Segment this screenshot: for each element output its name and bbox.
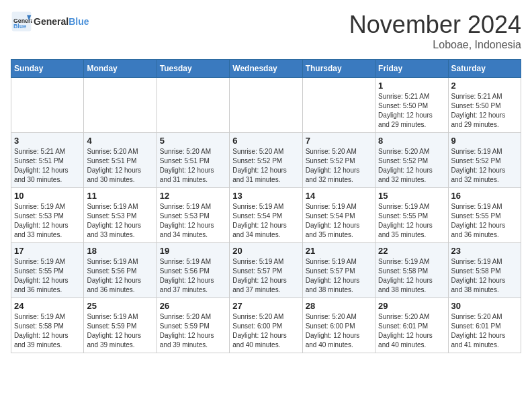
cell-day-number: 14 [306,191,372,201]
cell-info-text: Sunrise: 5:19 AM Sunset: 5:53 PM Dayligh… [160,202,226,240]
calendar-cell-w1-d5 [302,78,375,133]
calendar-cell-w5-d7: 30Sunrise: 5:20 AM Sunset: 6:01 PM Dayli… [448,298,521,353]
calendar-cell-w1-d4 [230,78,302,133]
cell-info-text: Sunrise: 5:20 AM Sunset: 5:52 PM Dayligh… [232,147,299,185]
header-row: Sunday Monday Tuesday Wednesday Thursday… [11,60,521,78]
cell-day-number: 9 [451,136,518,146]
header-monday: Monday [84,60,157,78]
calendar-cell-w2-d5: 7Sunrise: 5:20 AM Sunset: 5:52 PM Daylig… [302,133,375,188]
header-sunday: Sunday [11,60,84,78]
calendar-cell-w5-d2: 25Sunrise: 5:19 AM Sunset: 5:59 PM Dayli… [84,298,157,353]
calendar-week-2: 3Sunrise: 5:21 AM Sunset: 5:51 PM Daylig… [11,133,521,188]
cell-day-number: 12 [160,191,226,201]
logo: General Blue GeneralBlue [11,11,89,32]
month-title: November 2024 [349,11,521,39]
calendar-cell-w5-d1: 24Sunrise: 5:19 AM Sunset: 5:58 PM Dayli… [11,298,84,353]
calendar-cell-w4-d4: 20Sunrise: 5:19 AM Sunset: 5:57 PM Dayli… [230,243,302,298]
cell-day-number: 30 [451,301,518,311]
calendar-cell-w3-d7: 16Sunrise: 5:19 AM Sunset: 5:55 PM Dayli… [448,188,521,243]
logo-blue: Blue [69,16,89,27]
cell-info-text: Sunrise: 5:19 AM Sunset: 5:53 PM Dayligh… [14,202,81,240]
calendar-week-3: 10Sunrise: 5:19 AM Sunset: 5:53 PM Dayli… [11,188,521,243]
cell-info-text: Sunrise: 5:21 AM Sunset: 5:50 PM Dayligh… [451,92,518,130]
calendar-cell-w3-d5: 14Sunrise: 5:19 AM Sunset: 5:54 PM Dayli… [302,188,375,243]
calendar-cell-w2-d7: 9Sunrise: 5:19 AM Sunset: 5:52 PM Daylig… [448,133,521,188]
cell-day-number: 19 [160,246,226,256]
calendar-cell-w1-d3 [157,78,229,133]
calendar-cell-w1-d1 [11,78,84,133]
calendar-header: Sunday Monday Tuesday Wednesday Thursday… [11,60,521,78]
page-header: General Blue GeneralBlue November 2024 L… [11,11,521,51]
cell-day-number: 4 [87,136,153,146]
cell-info-text: Sunrise: 5:20 AM Sunset: 5:51 PM Dayligh… [160,147,226,185]
cell-info-text: Sunrise: 5:19 AM Sunset: 5:55 PM Dayligh… [451,202,518,240]
cell-info-text: Sunrise: 5:19 AM Sunset: 5:57 PM Dayligh… [306,257,372,295]
cell-info-text: Sunrise: 5:20 AM Sunset: 5:59 PM Dayligh… [160,312,226,350]
cell-day-number: 8 [378,136,445,146]
cell-info-text: Sunrise: 5:19 AM Sunset: 5:59 PM Dayligh… [87,312,153,350]
cell-day-number: 23 [451,246,518,256]
cell-info-text: Sunrise: 5:19 AM Sunset: 5:55 PM Dayligh… [378,202,445,240]
cell-day-number: 24 [14,301,81,311]
cell-day-number: 3 [14,136,81,146]
cell-day-number: 6 [232,136,299,146]
calendar-cell-w5-d4: 27Sunrise: 5:20 AM Sunset: 6:00 PM Dayli… [230,298,302,353]
calendar-cell-w2-d1: 3Sunrise: 5:21 AM Sunset: 5:51 PM Daylig… [11,133,84,188]
cell-day-number: 18 [87,246,153,256]
header-tuesday: Tuesday [157,60,229,78]
cell-day-number: 10 [14,191,81,201]
header-saturday: Saturday [448,60,521,78]
cell-day-number: 25 [87,301,153,311]
cell-day-number: 27 [232,301,299,311]
calendar-cell-w4-d2: 18Sunrise: 5:19 AM Sunset: 5:56 PM Dayli… [84,243,157,298]
cell-info-text: Sunrise: 5:21 AM Sunset: 5:50 PM Dayligh… [378,92,445,130]
calendar-cell-w4-d1: 17Sunrise: 5:19 AM Sunset: 5:55 PM Dayli… [11,243,84,298]
header-wednesday: Wednesday [230,60,302,78]
cell-info-text: Sunrise: 5:20 AM Sunset: 6:00 PM Dayligh… [232,312,299,350]
calendar-week-5: 24Sunrise: 5:19 AM Sunset: 5:58 PM Dayli… [11,298,521,353]
calendar-body: 1Sunrise: 5:21 AM Sunset: 5:50 PM Daylig… [11,78,521,353]
calendar-cell-w2-d2: 4Sunrise: 5:20 AM Sunset: 5:51 PM Daylig… [84,133,157,188]
cell-day-number: 7 [306,136,372,146]
location: Loboae, Indonesia [349,39,521,51]
calendar-week-4: 17Sunrise: 5:19 AM Sunset: 5:55 PM Dayli… [11,243,521,298]
cell-day-number: 21 [306,246,372,256]
cell-info-text: Sunrise: 5:19 AM Sunset: 5:58 PM Dayligh… [451,257,518,295]
header-thursday: Thursday [302,60,375,78]
cell-day-number: 26 [160,301,226,311]
calendar-cell-w4-d5: 21Sunrise: 5:19 AM Sunset: 5:57 PM Dayli… [302,243,375,298]
cell-day-number: 13 [232,191,299,201]
calendar-cell-w5-d3: 26Sunrise: 5:20 AM Sunset: 5:59 PM Dayli… [157,298,229,353]
cell-day-number: 29 [378,301,445,311]
cell-day-number: 16 [451,191,518,201]
cell-day-number: 1 [378,81,445,91]
cell-info-text: Sunrise: 5:19 AM Sunset: 5:58 PM Dayligh… [14,312,81,350]
cell-info-text: Sunrise: 5:19 AM Sunset: 5:56 PM Dayligh… [87,257,153,295]
cell-info-text: Sunrise: 5:20 AM Sunset: 5:51 PM Dayligh… [87,147,153,185]
logo-icon: General Blue [11,11,32,32]
calendar-cell-w4-d7: 23Sunrise: 5:19 AM Sunset: 5:58 PM Dayli… [448,243,521,298]
cell-info-text: Sunrise: 5:19 AM Sunset: 5:57 PM Dayligh… [232,257,299,295]
calendar-cell-w1-d7: 2Sunrise: 5:21 AM Sunset: 5:50 PM Daylig… [448,78,521,133]
svg-text:Blue: Blue [13,23,26,30]
calendar-cell-w5-d5: 28Sunrise: 5:20 AM Sunset: 6:00 PM Dayli… [302,298,375,353]
calendar-week-1: 1Sunrise: 5:21 AM Sunset: 5:50 PM Daylig… [11,78,521,133]
cell-day-number: 28 [306,301,372,311]
cell-info-text: Sunrise: 5:19 AM Sunset: 5:58 PM Dayligh… [378,257,445,295]
cell-day-number: 17 [14,246,81,256]
cell-day-number: 20 [232,246,299,256]
header-friday: Friday [375,60,448,78]
calendar-cell-w3-d2: 11Sunrise: 5:19 AM Sunset: 5:53 PM Dayli… [84,188,157,243]
calendar-cell-w2-d3: 5Sunrise: 5:20 AM Sunset: 5:51 PM Daylig… [157,133,229,188]
cell-info-text: Sunrise: 5:20 AM Sunset: 5:52 PM Dayligh… [378,147,445,185]
cell-info-text: Sunrise: 5:20 AM Sunset: 5:52 PM Dayligh… [306,147,372,185]
cell-day-number: 2 [451,81,518,91]
cell-info-text: Sunrise: 5:19 AM Sunset: 5:55 PM Dayligh… [14,257,81,295]
calendar-cell-w3-d6: 15Sunrise: 5:19 AM Sunset: 5:55 PM Dayli… [375,188,448,243]
calendar-cell-w3-d3: 12Sunrise: 5:19 AM Sunset: 5:53 PM Dayli… [157,188,229,243]
cell-day-number: 22 [378,246,445,256]
calendar-cell-w1-d6: 1Sunrise: 5:21 AM Sunset: 5:50 PM Daylig… [375,78,448,133]
calendar-cell-w3-d4: 13Sunrise: 5:19 AM Sunset: 5:54 PM Dayli… [230,188,302,243]
cell-info-text: Sunrise: 5:20 AM Sunset: 6:00 PM Dayligh… [306,312,372,350]
calendar-cell-w4-d3: 19Sunrise: 5:19 AM Sunset: 5:56 PM Dayli… [157,243,229,298]
